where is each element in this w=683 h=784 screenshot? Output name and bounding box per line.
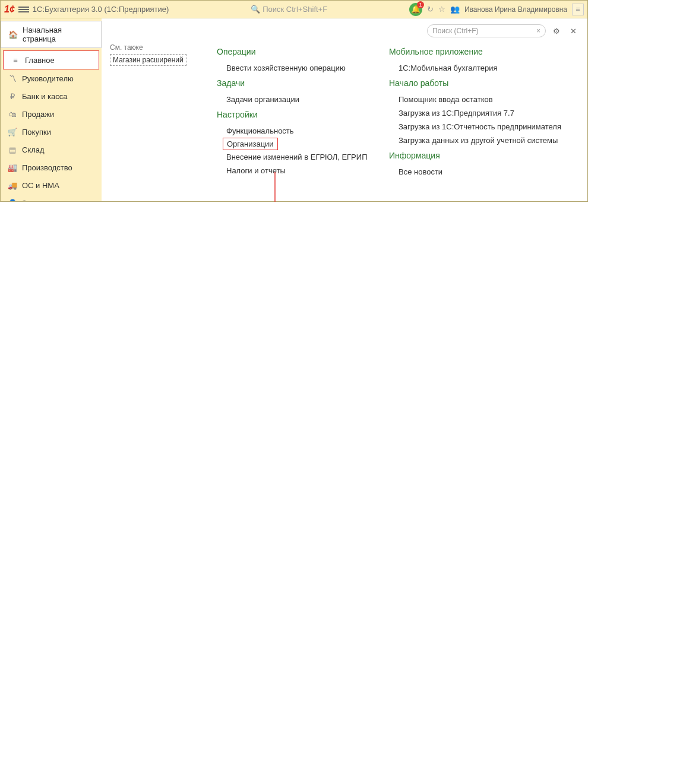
sidebar-item-main[interactable]: ≡Главное bbox=[3, 50, 99, 69]
window-button[interactable]: ≡ bbox=[572, 4, 584, 15]
functionality-link[interactable]: Функциональность bbox=[217, 124, 371, 138]
logo-1c: 1¢ bbox=[4, 4, 15, 15]
star-icon[interactable]: ☆ bbox=[438, 5, 445, 14]
menu-icon[interactable] bbox=[18, 5, 29, 14]
settings-heading: Настройки bbox=[217, 110, 371, 119]
home-icon: 🏠 bbox=[8, 30, 18, 39]
sidebar-item-assets[interactable]: 🚚ОС и НМА bbox=[1, 176, 102, 194]
person-icon: 👤 bbox=[8, 198, 17, 202]
sidebar-item-bank[interactable]: ₽Банк и касса bbox=[1, 87, 102, 105]
user-name[interactable]: Иванова Ирина Владимировна bbox=[464, 5, 567, 14]
mobile-heading: Мобильное приложение bbox=[389, 47, 567, 56]
load-report-link[interactable]: Загрузка из 1С:Отчетность предпринимател… bbox=[389, 120, 567, 134]
balance-link[interactable]: Помощник ввода остатков bbox=[389, 93, 567, 106]
section-search[interactable]: Поиск (Ctrl+F)× bbox=[427, 24, 546, 37]
org-tasks-link[interactable]: Задачи организации bbox=[217, 93, 371, 106]
sidebar-item-sales[interactable]: 🛍Продажи bbox=[1, 105, 102, 123]
bell-icon[interactable]: 🔔1 bbox=[409, 3, 422, 16]
egrul-link[interactable]: Внесение изменений в ЕГРЮЛ, ЕГРИП bbox=[217, 150, 371, 164]
operations-heading: Операции bbox=[217, 47, 371, 56]
gear-icon[interactable]: ⚙ bbox=[551, 25, 562, 37]
app-title: 1С:Бухгалтерия 3.0 (1С:Предприятие) bbox=[33, 5, 169, 14]
ext-store-link[interactable]: Магазин расширений bbox=[110, 54, 186, 66]
list-icon: ▤ bbox=[8, 145, 17, 154]
load77-link[interactable]: Загрузка из 1С:Предприятия 7.7 bbox=[389, 106, 567, 120]
tasks-heading: Задачи bbox=[217, 78, 371, 88]
sidebar-item-home[interactable]: 🏠Начальная страница bbox=[1, 21, 101, 47]
news-link[interactable]: Все новости bbox=[389, 165, 567, 179]
chart-icon: 〽 bbox=[8, 74, 17, 83]
history-icon[interactable]: ↻ bbox=[427, 5, 434, 14]
truck-icon: 🚚 bbox=[8, 180, 17, 190]
sidebar-item-hr[interactable]: 👤Зарплата и кадры bbox=[1, 194, 102, 202]
taxes-link[interactable]: Налоги и отчеты bbox=[217, 164, 371, 177]
start-heading: Начало работы bbox=[389, 78, 567, 88]
load-other-link[interactable]: Загрузка данных из другой учетной систем… bbox=[389, 134, 567, 147]
bag-icon: 🛍 bbox=[8, 109, 17, 119]
cart-icon: 🛒 bbox=[8, 127, 17, 137]
ruble-icon: ₽ bbox=[8, 91, 17, 101]
sidebar: 🏠Начальная страница ≡Главное 〽Руководите… bbox=[1, 18, 102, 202]
global-search[interactable]: 🔍 Поиск Ctrl+Shift+F bbox=[251, 5, 327, 14]
sidebar-item-purchases[interactable]: 🛒Покупки bbox=[1, 123, 102, 141]
organizations-link[interactable]: Организации bbox=[223, 138, 278, 150]
close-icon[interactable]: ✕ bbox=[567, 25, 579, 37]
factory-icon: 🏭 bbox=[8, 163, 17, 172]
operation-link[interactable]: Ввести хозяйственную операцию bbox=[217, 61, 371, 75]
mobile-link[interactable]: 1С:Мобильная бухгалтерия bbox=[389, 61, 567, 75]
menu-icon: ≡ bbox=[11, 55, 20, 65]
sidebar-item-warehouse[interactable]: ▤Склад bbox=[1, 141, 102, 158]
sidebar-item-production[interactable]: 🏭Производство bbox=[1, 158, 102, 176]
sidebar-item-manager[interactable]: 〽Руководителю bbox=[1, 69, 102, 87]
see-also-label: См. также bbox=[110, 43, 199, 52]
info-heading: Информация bbox=[389, 151, 567, 160]
user-icon[interactable]: 👥 bbox=[450, 5, 460, 14]
